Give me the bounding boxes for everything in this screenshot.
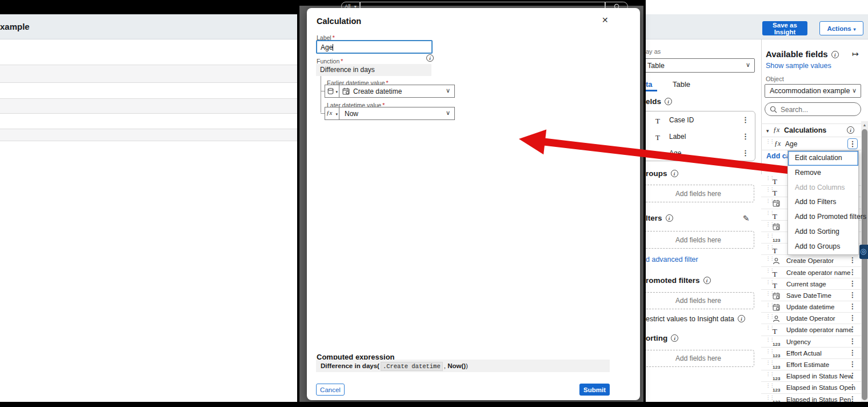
save-as-insight-button[interactable]: Save as Insight xyxy=(762,21,807,35)
fields-title-text: elds xyxy=(646,97,661,106)
add-calculation-link[interactable]: Add ca xyxy=(766,152,790,160)
field-label: Case ID xyxy=(669,116,694,124)
search-input[interactable]: Search... xyxy=(765,102,861,116)
text-field-icon: T xyxy=(773,327,777,336)
close-icon[interactable]: ✕ xyxy=(602,15,609,25)
age-kebab-menu-button[interactable]: ⋮ xyxy=(847,138,858,149)
edit-filters-pencil-icon[interactable]: ✎ xyxy=(743,214,750,223)
menu-item-add-to-filters[interactable]: Add to Filters xyxy=(788,195,858,210)
calculation-item-age[interactable]: ⋮⋮ ƒx Age ⋮ xyxy=(761,137,861,150)
sidebar-field-row[interactable]: ⋮⋮123Elapsed in Status Open⋮ xyxy=(761,382,861,393)
table-row xyxy=(0,65,299,83)
tab-data[interactable]: ta xyxy=(646,80,653,89)
menu-item-add-to-promoted-filters[interactable]: Add to Promoted filters xyxy=(788,210,858,225)
groups-dropzone[interactable]: Add fields here xyxy=(642,185,754,202)
kebab-menu-icon[interactable]: ⋮ xyxy=(849,314,856,322)
kebab-menu-icon[interactable]: ⋮ xyxy=(849,280,856,288)
kebab-menu-icon[interactable]: ⋮ xyxy=(849,360,856,368)
sidebar-field-row[interactable]: ⋮⋮TCurrent stage⋮ xyxy=(761,278,861,290)
source-type-dropdown[interactable]: ƒx ▾ xyxy=(325,107,339,120)
info-icon[interactable]: i xyxy=(831,51,839,58)
collapse-panel-icon[interactable]: ↦ xyxy=(852,49,859,58)
text-field-icon: T xyxy=(655,133,660,142)
fields-card-row[interactable]: TCase ID⋮ xyxy=(643,111,755,128)
table-row xyxy=(0,129,299,141)
kebab-menu-icon[interactable]: ⋮ xyxy=(849,383,856,391)
menu-item-remove[interactable]: Remove xyxy=(788,166,858,181)
sidebar-field-row[interactable]: ⋮⋮123Urgency⋮ xyxy=(761,336,861,348)
scrollbar-thumb[interactable] xyxy=(862,129,867,400)
expression-part: ) xyxy=(466,362,468,369)
target-locator-button[interactable]: ◎ xyxy=(859,245,868,259)
fields-section-title: eldsi xyxy=(646,97,672,106)
actions-button[interactable]: Actions▾ xyxy=(819,21,863,35)
info-icon[interactable]: i xyxy=(738,315,745,322)
kebab-menu-icon[interactable]: ⋮ xyxy=(742,149,749,157)
earlier-datetime-value: Create datetime xyxy=(353,87,402,95)
fields-card-row[interactable]: TLabel⋮ xyxy=(643,128,755,145)
info-icon[interactable]: i xyxy=(671,170,678,177)
kebab-menu-icon[interactable]: ⋮ xyxy=(742,115,749,124)
field-label: Current stage xyxy=(786,281,826,288)
sidebar-field-row[interactable]: ⋮⋮123Effort Actual⋮ xyxy=(761,348,861,359)
info-icon[interactable]: i xyxy=(666,214,673,222)
info-icon[interactable]: i xyxy=(703,277,711,284)
drag-handle-icon[interactable]: ⋮⋮ xyxy=(766,141,774,143)
sidebar-field-row[interactable]: ⋮⋮TCreate operator name⋮ xyxy=(761,267,861,278)
kebab-menu-icon[interactable]: ⋮ xyxy=(849,268,856,276)
menu-item-edit-calculation[interactable]: Edit calculation xyxy=(788,151,858,166)
kebab-menu-icon[interactable]: ⋮ xyxy=(849,337,856,345)
fields-card-row[interactable]: ƒxAge⋮ xyxy=(643,145,755,161)
actions-button-label: Actions xyxy=(827,25,851,32)
kebab-menu-icon[interactable]: ⋮ xyxy=(849,372,856,380)
calculations-section-header[interactable]: ▾ ƒx Calculations i xyxy=(761,123,861,137)
search-icon xyxy=(770,106,777,113)
sorting-dropzone[interactable]: Add fields here xyxy=(642,350,754,367)
promoted-filters-dropzone[interactable]: Add fields here xyxy=(642,292,754,309)
kebab-menu-icon[interactable]: ⋮ xyxy=(849,325,856,333)
number-field-icon: 123 xyxy=(773,342,780,347)
menu-item-add-to-groups[interactable]: Add to Groups xyxy=(788,240,858,254)
info-icon[interactable]: i xyxy=(671,334,678,342)
display-as-label: ay as xyxy=(646,48,661,55)
object-select[interactable]: Accommodation example ∨ xyxy=(765,84,861,98)
later-datetime-select[interactable]: Now ∨ xyxy=(339,107,455,120)
label-input[interactable]: Age xyxy=(316,40,433,54)
sidebar-field-row[interactable]: ⋮⋮123Elapsed in Status New⋮ xyxy=(761,370,861,382)
earlier-datetime-select[interactable]: Create datetime ∨ xyxy=(339,85,455,98)
text-field-icon: T xyxy=(655,117,660,125)
sidebar-field-row[interactable]: ⋮⋮Update datetime⋮ xyxy=(761,301,861,313)
field-label: Update Operator xyxy=(786,315,835,322)
kebab-menu-icon[interactable]: ⋮ xyxy=(742,132,749,141)
filters-dropzone[interactable]: Add fields here xyxy=(642,231,754,249)
submit-button[interactable]: Submit xyxy=(579,384,610,396)
field-label: Age xyxy=(669,149,681,157)
tab-table[interactable]: Table xyxy=(673,80,690,89)
show-sample-values-link[interactable]: Show sample values xyxy=(766,62,831,70)
kebab-menu-icon[interactable]: ⋮ xyxy=(849,291,856,299)
fx-icon: ƒx xyxy=(326,109,332,116)
sidebar-field-row[interactable]: ⋮⋮123Effort Estimate⋮ xyxy=(761,359,861,370)
filters-section-title: ltersi xyxy=(646,214,673,222)
menu-item-add-to-sorting[interactable]: Add to Sorting xyxy=(788,225,858,240)
sidebar-field-row[interactable]: ⋮⋮Save DateTime⋮ xyxy=(761,290,861,301)
cancel-button[interactable]: Cancel xyxy=(316,384,345,396)
display-as-select[interactable]: Table ∨ xyxy=(642,58,755,73)
kebab-menu-icon[interactable]: ⋮ xyxy=(849,256,856,264)
info-icon[interactable]: i xyxy=(426,54,434,62)
caret-down-icon: ▾ xyxy=(766,128,769,134)
argument-tree-line xyxy=(321,91,325,91)
info-icon[interactable]: i xyxy=(665,98,672,105)
sorting-title-text: orting xyxy=(646,334,667,342)
kebab-menu-icon[interactable]: ⋮ xyxy=(849,302,856,310)
source-type-dropdown[interactable]: ▾ xyxy=(325,85,339,98)
field-label: Elapsed in Status Open xyxy=(786,384,855,391)
sidebar-field-row[interactable]: ⋮⋮Create Operator⋮ xyxy=(761,255,861,266)
function-value-readonly: Difference in days xyxy=(316,64,431,76)
info-icon[interactable]: i xyxy=(847,126,854,134)
add-advanced-filter-link[interactable]: d advanced filter xyxy=(646,256,698,264)
scrollbar-up-arrow[interactable]: ▲ xyxy=(861,121,868,128)
sidebar-field-row[interactable]: ⋮⋮Update Operator⋮ xyxy=(761,313,861,324)
kebab-menu-icon[interactable]: ⋮ xyxy=(849,349,856,357)
sidebar-field-row[interactable]: ⋮⋮TUpdate operator name⋮ xyxy=(761,324,861,336)
